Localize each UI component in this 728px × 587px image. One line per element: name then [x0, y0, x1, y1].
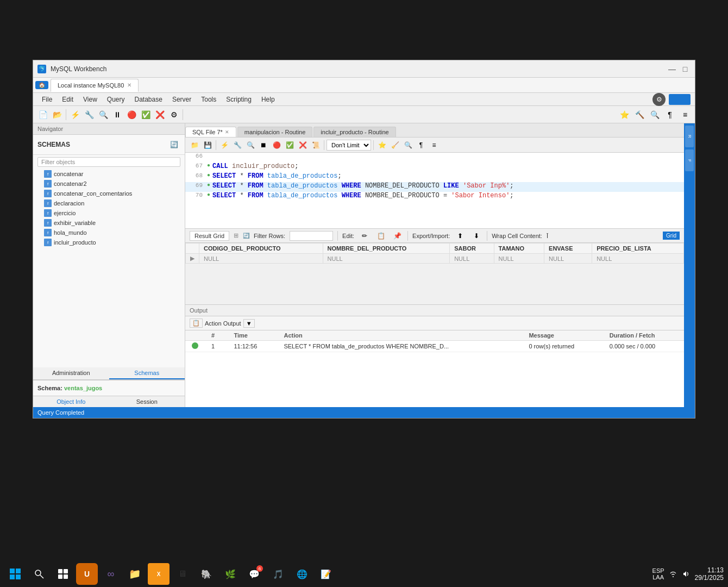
filter-objects-input[interactable]: Filter objects [37, 157, 180, 167]
paste-row-btn[interactable]: 📌 [391, 230, 403, 242]
copy-row-btn[interactable]: 📋 [375, 230, 387, 242]
app-icon: 🐬 [37, 65, 46, 73]
output-copy-btn[interactable]: 📋 [190, 319, 203, 328]
new-query-btn[interactable]: 📄 [36, 108, 49, 121]
file-explorer-taskbar-btn[interactable]: 📁 [124, 563, 146, 585]
import-row-btn[interactable]: ⬇ [470, 230, 482, 242]
exec-script-btn[interactable]: 📜 [310, 139, 322, 151]
stop-exec-btn[interactable]: ⏹ [258, 139, 269, 151]
xampp-taskbar-btn[interactable]: X [148, 563, 170, 585]
limit-select[interactable]: Don't Limit [327, 140, 371, 151]
execute-all-btn[interactable]: ⚡ [218, 139, 230, 151]
query-tab-sql[interactable]: SQL File 7* ✕ [185, 127, 236, 137]
schema-btn[interactable]: ⭐ [618, 108, 631, 121]
filter-rows-input[interactable] [290, 231, 333, 241]
export-btn[interactable]: ⬆ [454, 230, 466, 242]
save-file-btn[interactable]: 💾 [202, 139, 214, 151]
instance-tab[interactable]: Local instance MySQL80 ✕ [51, 79, 139, 92]
stop-btn[interactable]: 🔍 [97, 108, 110, 121]
tab-object-info[interactable]: Object Info [33, 396, 109, 407]
tree-item-concatenar2[interactable]: f concatenar2 [33, 179, 185, 189]
menu-edit[interactable]: Edit [58, 95, 78, 104]
result-grid-panel-btn[interactable]: R [685, 126, 694, 147]
refresh-result-icon[interactable]: 🔄 [243, 233, 249, 239]
execute-sel-btn[interactable]: 🔧 [231, 139, 243, 151]
tab-session[interactable]: Session [109, 396, 185, 407]
mongodb-taskbar-btn[interactable]: 🌿 [219, 563, 241, 585]
tree-item-hola[interactable]: f hola_mundo [33, 228, 185, 238]
menu-view[interactable]: View [79, 95, 102, 104]
cancel-query-btn[interactable]: ❌ [297, 139, 309, 151]
discord-taskbar-btn[interactable]: 💬 6 [243, 563, 265, 585]
execute-btn[interactable]: ⚡ [68, 108, 81, 121]
check-query-btn[interactable]: ✅ [284, 139, 296, 151]
edit-row-btn[interactable]: ✏ [359, 230, 371, 242]
chrome-taskbar-btn[interactable]: 🌐 [291, 563, 313, 585]
tree-item-incluir[interactable]: f incluir_producto [33, 238, 185, 247]
notes-taskbar-btn[interactable]: 📝 [315, 563, 337, 585]
toggle-btn[interactable]: 🔴 [271, 139, 283, 151]
menu-query[interactable]: Query [103, 95, 129, 104]
open-file-btn[interactable]: 📁 [189, 139, 200, 151]
format-btn[interactable]: ¶ [663, 108, 676, 121]
refresh-schemas-btn[interactable]: 🔄 [167, 138, 180, 151]
instance-tab-close[interactable]: ✕ [127, 82, 131, 88]
beautify-btn[interactable]: ≡ [679, 108, 692, 121]
query-tab-manipulacion[interactable]: manipulacion - Routine [237, 127, 313, 137]
menu-help[interactable]: Help [257, 95, 279, 104]
format-sql-btn[interactable]: ¶ [415, 139, 427, 151]
bookmark-btn[interactable]: ⭐ [376, 139, 388, 151]
tree-item-ejercicio[interactable]: f ejercicio [33, 208, 185, 218]
jetbrains-taskbar-btn[interactable]: U [76, 563, 98, 585]
cancel-btn[interactable]: ❌ [153, 108, 166, 121]
search-taskbar-btn[interactable] [28, 563, 50, 585]
form-editor-panel-btn[interactable]: F [685, 149, 694, 171]
postgres-taskbar-btn[interactable]: 🐘 [196, 563, 217, 585]
cell-precio[interactable]: NULL [592, 254, 684, 264]
output-dropdown-btn[interactable]: ▼ [243, 319, 255, 328]
settings-btn[interactable]: ⚙ [167, 108, 180, 121]
start-btn[interactable] [4, 563, 26, 585]
tab-administration[interactable]: Administration [33, 367, 109, 379]
tree-item-concatenar-comentarios[interactable]: f concatenar_con_comentarios [33, 189, 185, 198]
query-tab-sql-close[interactable]: ✕ [225, 129, 229, 135]
code-editor[interactable]: 66 67 ● CALL incluir_producto; 68 ● SELE… [185, 153, 684, 229]
explain-btn[interactable]: 🔍 [244, 139, 256, 151]
import-btn[interactable]: 🔴 [125, 108, 138, 121]
tree-item-declaracion[interactable]: f declaracion [33, 198, 185, 208]
check-btn[interactable]: ✅ [139, 108, 152, 121]
execute-selection-btn[interactable]: 🔧 [83, 108, 96, 121]
open-query-btn[interactable]: 📂 [51, 108, 64, 121]
maximize-button[interactable]: □ [680, 64, 691, 74]
search-btn[interactable]: 🔍 [648, 108, 661, 121]
home-tab[interactable]: 🏠 [35, 81, 48, 89]
find-btn[interactable]: 🔍 [402, 139, 414, 151]
visual-studio-taskbar-btn[interactable]: ∞ [100, 563, 122, 585]
task-view-btn[interactable] [52, 563, 74, 585]
menu-file[interactable]: File [37, 95, 57, 104]
view-toggle[interactable] [669, 94, 691, 105]
cell-envase[interactable]: NULL [544, 254, 592, 264]
minimize-button[interactable]: — [667, 64, 677, 74]
cell-tamano[interactable]: NULL [494, 254, 544, 264]
result-grid-view-btn[interactable]: Grid [663, 232, 680, 240]
cell-sabor[interactable]: NULL [450, 254, 494, 264]
commit-btn[interactable]: ⏸ [111, 108, 124, 121]
cell-codigo[interactable]: NULL [199, 254, 323, 264]
cell-nombre[interactable]: NULL [323, 254, 450, 264]
menu-tools[interactable]: Tools [197, 95, 221, 104]
tree-item-concatenar[interactable]: f concatenar [33, 169, 185, 179]
tab-schemas[interactable]: Schemas [109, 367, 185, 379]
menu-database[interactable]: Database [130, 95, 167, 104]
spotify-taskbar-btn[interactable]: 🎵 [267, 563, 289, 585]
indent-btn[interactable]: ≡ [428, 139, 440, 151]
menu-scripting[interactable]: Scripting [222, 95, 256, 104]
tree-item-exhibir[interactable]: f exhibir_variable [33, 218, 185, 228]
query-tab-incluir[interactable]: incluir_producto - Routine [313, 127, 396, 137]
refresh-btn[interactable]: 🔨 [633, 108, 646, 121]
unknown-taskbar-btn[interactable]: 🖥 [172, 563, 193, 585]
result-grid-tab[interactable]: Result Grid [190, 231, 229, 241]
profile-icon[interactable]: ⚙ [652, 93, 666, 106]
menu-server[interactable]: Server [168, 95, 196, 104]
clear-btn[interactable]: 🧹 [389, 139, 401, 151]
